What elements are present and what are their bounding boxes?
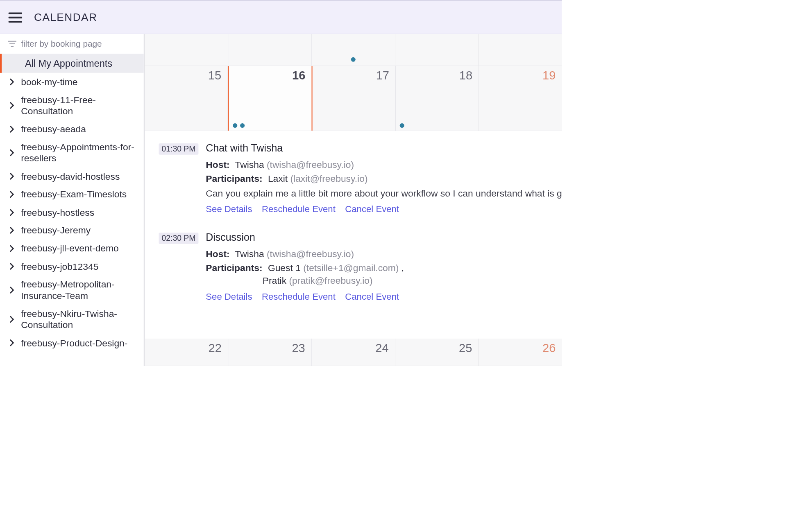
main-panel: 1516171819 01:30 PMChat with TwishaHost:…	[145, 34, 562, 366]
sidebar-list: book-my-timefreebusy-11-Free-Consultatio…	[0, 73, 144, 352]
sidebar-active-label: All My Appointments	[25, 58, 112, 68]
sidebar-item-7[interactable]: freebusy-Jeremy	[0, 222, 144, 240]
participant-name: Guest 1	[268, 262, 301, 273]
event-body: Chat with TwishaHost: Twisha (twisha@fre…	[206, 142, 562, 214]
event-dot-icon	[400, 123, 404, 128]
host-label: Host:	[206, 249, 229, 259]
event-actions: See DetailsReschedule EventCancel Event	[206, 204, 562, 215]
participant-email: (laxit@freebusy.io)	[290, 174, 367, 184]
calendar-day-number: 25	[459, 341, 472, 355]
sidebar-item-label: freebusy-jll-event-demo	[21, 243, 138, 254]
sidebar-item-label: freebusy-Appointments-for-resellers	[21, 142, 138, 164]
calendar-day-number: 17	[376, 69, 389, 82]
sidebar-item-8[interactable]: freebusy-jll-event-demo	[0, 240, 144, 258]
chevron-right-icon	[9, 78, 16, 86]
calendar-cell-17[interactable]: 17	[313, 66, 396, 131]
event-dot-icon	[351, 57, 356, 62]
sidebar-item-1[interactable]: freebusy-11-Free-Consultation	[0, 91, 144, 120]
sidebar-item-10[interactable]: freebusy-Metropolitan-Insurance-Team	[0, 276, 144, 305]
sidebar-item-12[interactable]: freebusy-Product-Design-	[0, 334, 144, 352]
sidebar-item-label: freebusy-11-Free-Consultation	[21, 94, 138, 117]
hamburger-menu-icon[interactable]	[9, 10, 23, 25]
sidebar-item-3[interactable]: freebusy-Appointments-for-resellers	[0, 138, 144, 167]
events-list: 01:30 PMChat with TwishaHost: Twisha (tw…	[145, 131, 562, 339]
host-email: (twisha@freebusy.io)	[267, 249, 354, 259]
host-name: Twisha	[235, 249, 264, 259]
chevron-right-icon	[9, 125, 16, 133]
sidebar-item-4[interactable]: freebusy-david-hostless	[0, 167, 144, 185]
participant-email: (pratik@freebusy.io)	[289, 275, 372, 286]
sidebar-item-2[interactable]: freebusy-aeada	[0, 120, 144, 138]
calendar-cell-23[interactable]: 23	[228, 339, 312, 366]
sidebar-item-label: freebusy-Product-Design-	[21, 337, 138, 348]
calendar-row-next: 2223242526	[145, 339, 562, 366]
sidebar: filter by booking page All My Appointmen…	[0, 34, 145, 366]
event-host-line: Host: Twisha (twisha@freebusy.io)	[206, 159, 562, 170]
event-time-badge: 02:30 PM	[159, 233, 199, 244]
calendar-cell-18[interactable]: 18	[396, 66, 479, 131]
sidebar-item-label: freebusy-hostless	[21, 207, 138, 218]
chevron-right-icon	[9, 209, 16, 216]
sidebar-item-9[interactable]: freebusy-job12345	[0, 258, 144, 276]
participants-label: Participants:	[206, 174, 262, 184]
event-host-line: Host: Twisha (twisha@freebusy.io)	[206, 249, 562, 259]
sidebar-item-11[interactable]: freebusy-Nkiru-Twisha-Consultation	[0, 305, 144, 334]
filter-icon	[8, 41, 16, 47]
event-participant-extra: Pratik (pratik@freebusy.io)	[206, 275, 562, 286]
chevron-right-icon	[9, 286, 16, 294]
calendar-cell-22[interactable]: 22	[145, 339, 228, 366]
event-body: DiscussionHost: Twisha (twisha@freebusy.…	[206, 231, 562, 302]
filter-label: filter by booking page	[21, 39, 102, 49]
host-email: (twisha@freebusy.io)	[267, 159, 354, 170]
sidebar-item-label: freebusy-Jeremy	[21, 225, 138, 236]
chevron-right-icon	[9, 102, 16, 109]
calendar-cell-19[interactable]: 19	[479, 66, 562, 131]
event-participants-line: Participants: Guest 1 (tetsille+1@gmail.…	[206, 262, 562, 273]
sidebar-item-0[interactable]: book-my-time	[0, 73, 144, 91]
event-title: Chat with Twisha	[206, 142, 562, 154]
sidebar-active-item[interactable]: All My Appointments	[0, 54, 144, 72]
calendar-cell-25[interactable]: 25	[395, 339, 479, 366]
reschedule-link[interactable]: Reschedule Event	[262, 204, 336, 215]
calendar-cell-16[interactable]: 16	[228, 66, 313, 131]
reschedule-link[interactable]: Reschedule Event	[262, 292, 336, 302]
event-time-badge: 01:30 PM	[159, 143, 199, 155]
calendar-day-number: 26	[542, 341, 556, 355]
sidebar-item-label: freebusy-Metropolitan-Insurance-Team	[21, 279, 138, 301]
event-1: 02:30 PMDiscussionHost: Twisha (twisha@f…	[159, 231, 562, 302]
sidebar-item-5[interactable]: freebusy-Exam-Timeslots	[0, 185, 144, 203]
filter-row[interactable]: filter by booking page	[0, 34, 144, 54]
calendar-cell-prev-0[interactable]	[145, 34, 228, 66]
event-dots	[233, 123, 245, 128]
calendar-row-prev	[145, 34, 562, 66]
sidebar-item-label: freebusy-david-hostless	[21, 171, 138, 182]
calendar-cell-prev-2[interactable]	[312, 34, 395, 66]
see-details-link[interactable]: See Details	[206, 204, 252, 215]
sidebar-item-label: freebusy-Nkiru-Twisha-Consultation	[21, 308, 138, 330]
cancel-link[interactable]: Cancel Event	[345, 292, 399, 302]
event-dots	[400, 123, 404, 128]
event-title: Discussion	[206, 231, 562, 243]
calendar-day-number: 16	[292, 69, 305, 82]
top-bar: CALENDAR	[0, 0, 562, 34]
calendar-cell-24[interactable]: 24	[312, 339, 395, 366]
see-details-link[interactable]: See Details	[206, 292, 252, 302]
chevron-right-icon	[9, 245, 16, 252]
calendar-row-main: 1516171819	[145, 66, 562, 131]
calendar-cell-prev-3[interactable]	[395, 34, 479, 66]
calendar-cell-prev-1[interactable]	[228, 34, 312, 66]
calendar-day-number: 23	[292, 341, 305, 355]
participants-label: Participants:	[206, 262, 262, 273]
chevron-right-icon	[9, 149, 16, 156]
calendar-day-number: 15	[208, 69, 221, 82]
sidebar-item-label: book-my-time	[21, 76, 138, 87]
chevron-right-icon	[9, 339, 16, 347]
calendar-cell-15[interactable]: 15	[145, 66, 228, 131]
calendar-cell-26[interactable]: 26	[479, 339, 562, 366]
cancel-link[interactable]: Cancel Event	[345, 204, 399, 215]
calendar-cell-prev-4[interactable]	[479, 34, 562, 66]
calendar-day-number: 19	[542, 69, 556, 82]
chevron-right-icon	[9, 316, 16, 323]
sidebar-item-6[interactable]: freebusy-hostless	[0, 203, 144, 222]
participant-email: (tetsille+1@gmail.com)	[303, 262, 399, 273]
